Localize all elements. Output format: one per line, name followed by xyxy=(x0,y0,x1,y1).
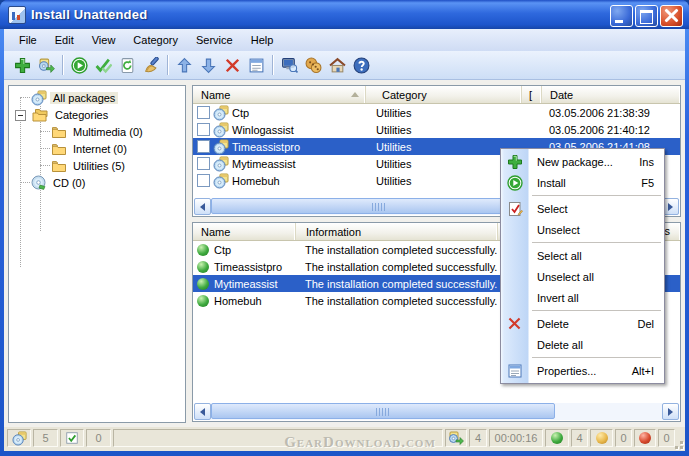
toolbar-button-cookies[interactable] xyxy=(301,53,325,77)
chevron-left-icon xyxy=(200,203,205,211)
menu-service[interactable]: Service xyxy=(187,31,242,49)
menu-category[interactable]: Category xyxy=(124,31,187,49)
toolbar-button-properties[interactable] xyxy=(244,53,268,77)
sidebar-item-multimedia[interactable]: Multimedia (0) xyxy=(9,123,185,140)
toolbar-button-clean[interactable] xyxy=(139,53,163,77)
toolbar-button-help[interactable] xyxy=(349,53,373,77)
menu-item-delete[interactable]: Delete Del xyxy=(501,313,664,334)
menu-help[interactable]: Help xyxy=(242,31,283,49)
column-header-name[interactable]: Name xyxy=(193,86,366,103)
folder-icon xyxy=(51,124,67,140)
scroll-left-button[interactable] xyxy=(194,403,211,420)
column-header-name[interactable]: Name xyxy=(193,223,296,240)
maximize-button[interactable] xyxy=(635,5,658,27)
sidebar-item-internet[interactable]: Internet (0) xyxy=(9,140,185,157)
maximize-icon xyxy=(640,10,653,24)
toolbar-button-delete[interactable] xyxy=(220,53,244,77)
menu-item-unselect[interactable]: Unselect xyxy=(501,219,664,240)
folder-icon xyxy=(51,158,67,174)
help-icon xyxy=(353,57,370,74)
package-cd-icon xyxy=(31,90,47,106)
toolbar-button-package-export[interactable] xyxy=(34,53,58,77)
statusbar: 5 0 4 00:00:16 4 0 0 xyxy=(4,427,685,451)
horizontal-scrollbar xyxy=(194,403,679,420)
toolbar-separator xyxy=(62,55,63,75)
menu-edit[interactable]: Edit xyxy=(46,31,83,49)
row-checkbox[interactable] xyxy=(197,157,210,170)
arrow-down-icon xyxy=(200,57,217,74)
resize-grip[interactable] xyxy=(670,436,683,449)
menu-item-install[interactable]: Install F5 xyxy=(501,172,664,193)
chevron-right-icon xyxy=(668,203,673,211)
menu-item-invert-all[interactable]: Invert all xyxy=(501,287,664,308)
statusbar-install-icon-panel xyxy=(445,429,467,447)
yellow-ball-icon xyxy=(596,432,608,444)
column-header-clipped[interactable]: [ xyxy=(522,86,542,103)
red-x-icon xyxy=(224,57,241,74)
green-ball-icon xyxy=(197,244,209,256)
package-cd-icon xyxy=(213,122,229,138)
toolbar-button-new-package[interactable] xyxy=(10,53,34,77)
row-checkbox[interactable] xyxy=(197,106,210,119)
folder-icon xyxy=(51,141,67,157)
menu-separator xyxy=(532,310,661,311)
scrollbar-track[interactable] xyxy=(211,403,662,420)
play-icon xyxy=(71,57,88,74)
statusbar-elapsed-time: 00:00:16 xyxy=(489,429,543,447)
app-icon xyxy=(8,6,26,24)
menu-item-delete-all[interactable]: Delete all xyxy=(501,334,664,355)
column-header-information[interactable]: Information xyxy=(296,223,498,240)
toolbar-button-install[interactable] xyxy=(67,53,91,77)
menu-item-properties[interactable]: Properties... Alt+I xyxy=(501,360,664,381)
toolbar-button-move-up[interactable] xyxy=(172,53,196,77)
row-checkbox[interactable] xyxy=(197,174,210,187)
menu-item-new-package[interactable]: New package... Ins xyxy=(501,151,664,172)
packages-table-header: Name Category [ Date xyxy=(193,86,680,104)
sort-ascending-icon xyxy=(351,92,359,97)
menu-item-select-all[interactable]: Select all xyxy=(501,245,664,266)
plus-icon xyxy=(501,154,528,170)
sidebar-item-all-packages[interactable]: All packages xyxy=(9,89,185,106)
double-check-icon xyxy=(95,57,112,74)
column-header-date[interactable]: Date xyxy=(542,86,680,103)
column-header-category[interactable]: Category xyxy=(366,86,522,103)
toolbar-button-move-down[interactable] xyxy=(196,53,220,77)
table-row[interactable]: Winlogassist Utilities 03.05.2006 21:40:… xyxy=(193,121,680,138)
toolbar-button-select[interactable] xyxy=(91,53,115,77)
sidebar-item-cd[interactable]: CD (0) xyxy=(9,174,185,191)
toolbar-button-view-computer[interactable] xyxy=(277,53,301,77)
statusbar-packages-icon-panel xyxy=(7,429,31,447)
statusbar-success-count: 4 xyxy=(571,429,588,447)
broom-icon xyxy=(143,57,160,74)
scrollbar-thumb[interactable] xyxy=(211,198,547,214)
sidebar-item-categories[interactable]: Categories xyxy=(9,106,185,123)
toolbar-button-home[interactable] xyxy=(325,53,349,77)
menu-item-select[interactable]: Select xyxy=(501,198,664,219)
green-ball-icon xyxy=(551,432,563,444)
scroll-left-button[interactable] xyxy=(194,198,211,215)
green-ball-icon xyxy=(197,295,209,307)
toolbar xyxy=(4,51,685,80)
scrollbar-thumb[interactable] xyxy=(211,403,555,419)
titlebar: Install Unattended xyxy=(0,0,689,29)
table-row[interactable]: Ctp Utilities 03.05.2006 21:38:39 xyxy=(193,104,680,121)
package-cd-icon xyxy=(12,431,27,446)
package-cd-icon xyxy=(213,105,229,121)
package-cd-icon xyxy=(213,139,229,155)
statusbar-installed-count: 4 xyxy=(469,429,487,447)
statusbar-selected-icon-panel xyxy=(60,429,84,447)
collapse-expander[interactable] xyxy=(15,110,26,121)
close-button[interactable] xyxy=(660,5,683,27)
row-checkbox[interactable] xyxy=(197,140,210,153)
toolbar-separator xyxy=(272,55,273,75)
minimize-button[interactable] xyxy=(610,5,633,27)
menu-file[interactable]: File xyxy=(10,31,46,49)
row-checkbox[interactable] xyxy=(197,123,210,136)
menu-item-unselect-all[interactable]: Unselect all xyxy=(501,266,664,287)
close-icon xyxy=(661,6,682,26)
sidebar-item-utilities[interactable]: Utilities (5) xyxy=(9,157,185,174)
scroll-right-button[interactable] xyxy=(662,403,679,420)
toolbar-button-refresh[interactable] xyxy=(115,53,139,77)
menu-view[interactable]: View xyxy=(83,31,125,49)
package-cd-icon xyxy=(213,173,229,189)
